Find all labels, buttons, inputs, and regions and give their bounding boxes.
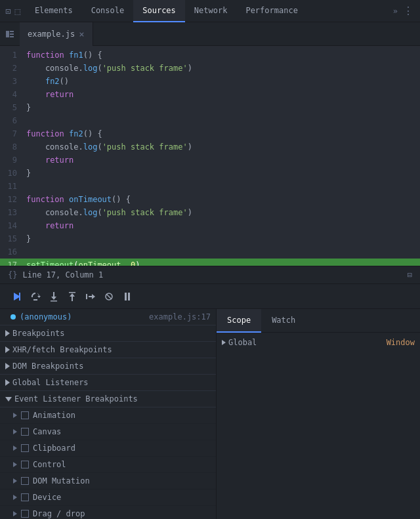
tab-network[interactable]: Network [185, 0, 237, 22]
xhr-fetch-section[interactable]: XHR/fetch Breakpoints [0, 342, 216, 358]
drag-drop-label: Drag / drop [33, 509, 85, 518]
breakpoints-triangle [5, 330, 10, 337]
code-line-16: 16 [0, 245, 420, 259]
code-line-1: 1 function fn1() { [0, 49, 420, 62]
event-listener-section[interactable]: Event Listener Breakpoints [0, 391, 216, 407]
canvas-triangle [13, 429, 17, 434]
event-item-control[interactable]: Control [0, 457, 216, 473]
tab-console[interactable]: Console [82, 0, 134, 22]
drag-drop-checkbox[interactable] [21, 510, 29, 518]
expand-panel-icon[interactable]: ⊟ [408, 270, 412, 280]
call-stack-location: example.js:17 [149, 312, 211, 322]
svg-rect-0 [6, 31, 9, 37]
deactivate-breakpoints-button[interactable] [100, 289, 118, 304]
event-item-drag-drop[interactable]: Drag / drop [0, 506, 216, 519]
device-icon[interactable]: ⬚ [14, 6, 20, 16]
control-triangle [13, 462, 17, 467]
file-tab-close[interactable]: × [79, 30, 84, 39]
overflow-icon[interactable]: » [393, 7, 398, 16]
svg-marker-14 [92, 294, 95, 299]
call-stack-item-anonymous[interactable]: (anonymous) example.js:17 [0, 309, 216, 325]
file-tab-name: example.js [28, 30, 75, 39]
breakpoints-label: Breakpoints [12, 329, 64, 338]
step-into-button[interactable] [45, 289, 63, 304]
step-over-button[interactable] [26, 289, 45, 304]
svg-rect-6 [33, 299, 37, 301]
animation-checkbox[interactable] [21, 411, 29, 419]
xhr-fetch-triangle [5, 346, 10, 353]
cursor-position: Line 17, Column 1 [22, 270, 103, 280]
file-tab-example-js[interactable]: example.js × [20, 22, 93, 46]
clipboard-triangle [13, 446, 17, 451]
scope-tab-bar: Scope Watch [217, 309, 420, 333]
global-listeners-label: Global Listeners [12, 378, 89, 387]
code-line-12: 12 function onTimeout() { [0, 193, 420, 206]
step-button[interactable] [81, 289, 100, 304]
svg-rect-1 [10, 31, 14, 32]
dom-mutation-triangle [13, 478, 17, 484]
device-triangle [13, 495, 17, 500]
scope-tab-watch[interactable]: Watch [261, 309, 306, 333]
clipboard-checkbox[interactable] [21, 444, 29, 452]
bottom-panel: (anonymous) example.js:17 Breakpoints XH… [0, 309, 420, 519]
device-checkbox[interactable] [21, 493, 29, 501]
event-listener-label: Event Listener Breakpoints [14, 394, 138, 404]
global-key: Global [228, 338, 257, 347]
global-listeners-section[interactable]: Global Listeners [0, 375, 216, 391]
xhr-fetch-label: XHR/fetch Breakpoints [12, 345, 112, 354]
devtools-icons: ⊡ ⬚ [0, 6, 26, 16]
svg-marker-8 [51, 297, 56, 300]
dom-breakpoints-triangle [5, 363, 10, 369]
code-line-13: 13 console.log('push stack frame') [0, 206, 420, 219]
event-item-device[interactable]: Device [0, 489, 216, 506]
settings-dots-icon[interactable]: ⋮ [403, 5, 413, 17]
svg-line-17 [106, 294, 112, 299]
svg-marker-11 [70, 293, 75, 297]
canvas-checkbox[interactable] [21, 428, 29, 436]
event-item-animation[interactable]: Animation [0, 407, 216, 424]
code-line-2: 2 console.log('push stack frame') [0, 62, 420, 75]
tab-performance[interactable]: Performance [236, 0, 306, 22]
event-item-canvas[interactable]: Canvas [0, 424, 216, 440]
cursor-icon[interactable]: ⊡ [5, 6, 10, 16]
global-listeners-triangle [5, 379, 10, 386]
code-line-3: 3 fn2() [0, 75, 420, 88]
code-line-10: 10 } [0, 167, 420, 180]
code-line-8: 8 console.log('push stack frame') [0, 140, 420, 154]
svg-rect-2 [10, 33, 14, 35]
svg-rect-18 [125, 293, 127, 301]
svg-rect-3 [10, 36, 14, 37]
status-bar: {} Line 17, Column 1 ⊟ [0, 266, 420, 284]
code-line-15: 15 } [0, 232, 420, 245]
debugger-toolbar [0, 284, 420, 309]
code-line-4: 4 return [0, 88, 420, 101]
event-item-clipboard[interactable]: Clipboard [0, 440, 216, 457]
format-icon[interactable]: {} [8, 270, 17, 280]
svg-rect-19 [128, 293, 130, 301]
dom-mutation-label: DOM Mutation [33, 476, 90, 486]
show-navigator-icon[interactable] [0, 30, 20, 39]
tab-sources[interactable]: Sources [133, 0, 185, 22]
scope-global-item[interactable]: Global Window [217, 335, 420, 350]
dom-breakpoints-section[interactable]: DOM Breakpoints [0, 358, 216, 375]
scope-tab-scope[interactable]: Scope [217, 309, 261, 333]
dom-mutation-checkbox[interactable] [21, 477, 29, 485]
clipboard-label: Clipboard [33, 444, 75, 453]
code-line-17: 17 setTimeout(onTimeout, 0) [0, 259, 420, 266]
svg-rect-12 [69, 292, 75, 293]
tab-elements[interactable]: Elements [26, 0, 82, 22]
event-item-dom-mutation[interactable]: DOM Mutation [0, 473, 216, 489]
code-line-14: 14 return [0, 219, 420, 232]
right-panel: Scope Watch Global Window [217, 309, 420, 519]
breakpoints-section[interactable]: Breakpoints [0, 325, 216, 342]
code-container[interactable]: 1 function fn1() { 2 console.log('push s… [0, 46, 420, 266]
pause-on-exceptions-button[interactable] [118, 289, 136, 304]
code-editor: 1 function fn1() { 2 console.log('push s… [0, 46, 420, 266]
control-checkbox[interactable] [21, 461, 29, 468]
svg-rect-5 [19, 293, 20, 301]
code-line-11: 11 [0, 180, 420, 193]
call-stack-name: (anonymous) [20, 312, 72, 322]
more-tabs-icon[interactable]: » ⋮ [387, 5, 420, 17]
step-out-button[interactable] [63, 289, 81, 304]
resume-button[interactable] [8, 289, 26, 304]
